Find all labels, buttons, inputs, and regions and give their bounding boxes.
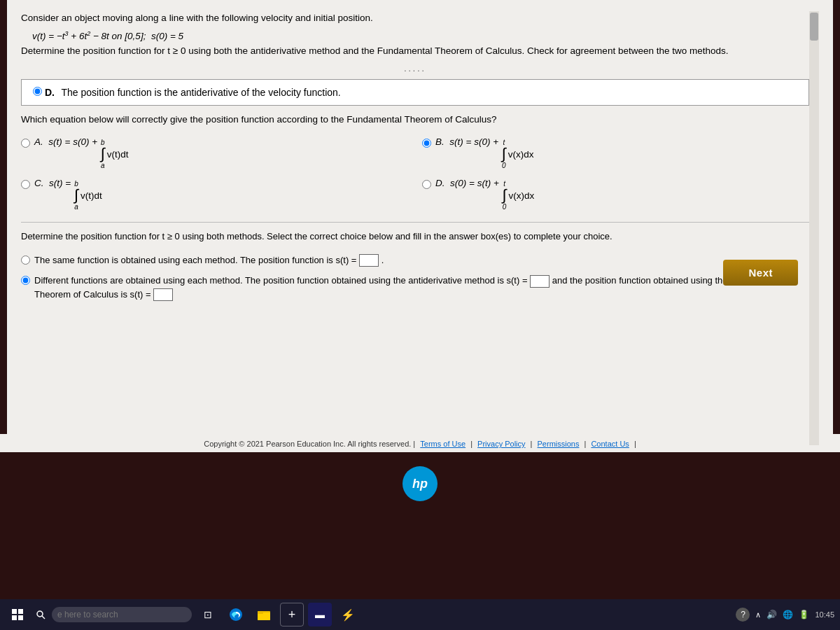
option-A-label: A. s(t) = s(0) + b ∫ a v(t)dt xyxy=(34,136,129,169)
ftc-question: Which equation below will correctly give… xyxy=(21,113,809,127)
footer-link-privacy[interactable]: Privacy Policy xyxy=(477,440,525,448)
scrollbar-thumb[interactable] xyxy=(810,13,818,41)
option-B-limits: t ∫ 0 xyxy=(502,139,506,169)
problem-statement: Determine the position function for t ≥ … xyxy=(21,44,809,58)
option-C-limits: b ∫ a xyxy=(74,180,78,211)
velocity-eq-text: v(t) = −t3 + 6t2 − 8t on [0,5]; s(0) = 5 xyxy=(32,31,183,41)
footer: Copyright © 2021 Pearson Education Inc. … xyxy=(0,434,840,452)
option-B-integral: t ∫ 0 v(x)dx xyxy=(501,139,534,169)
file-explorer-icon[interactable] xyxy=(252,603,276,626)
taskbar-search-icon xyxy=(34,603,48,626)
option-C: C. s(t) = b ∫ a v(t)dt xyxy=(21,178,408,211)
next-button[interactable]: Next xyxy=(723,260,798,286)
velocity-equation: v(t) = −t3 + 6t2 − 8t on [0,5]; s(0) = 5 xyxy=(32,29,809,41)
clock-time: 10:45 xyxy=(815,610,834,619)
svg-point-4 xyxy=(37,611,43,617)
answer-d-label: D. xyxy=(45,87,55,98)
footer-link-permissions[interactable]: Permissions xyxy=(538,440,580,448)
dotted-divider: ..... xyxy=(21,64,809,74)
option-A-radio[interactable] xyxy=(21,139,30,148)
option-A-limits: b ∫ a xyxy=(101,139,105,169)
question-icon[interactable]: ? xyxy=(736,608,750,622)
option-D: D. s(0) = s(t) + t ∫ 0 v(x)dx xyxy=(422,178,809,211)
taskview-icon[interactable]: ⊡ xyxy=(196,603,220,626)
sub-option-B-input1[interactable] xyxy=(530,275,550,288)
taskbar-search xyxy=(52,607,192,622)
scrollbar[interactable] xyxy=(809,11,819,445)
battery-icon[interactable]: 🔋 xyxy=(799,610,809,620)
option-A-integral: b ∫ a v(t)dt xyxy=(100,139,129,169)
options-grid: A. s(t) = s(0) + b ∫ a v(t)dt xyxy=(21,136,809,211)
svg-line-5 xyxy=(42,616,45,619)
sub-option-B-input2[interactable] xyxy=(153,288,173,301)
answer-box-d: D. The position function is the antideri… xyxy=(21,79,809,106)
hp-logo: hp xyxy=(402,466,438,501)
sub-option-B-radio[interactable] xyxy=(21,276,30,285)
option-D-limits: t ∫ 0 xyxy=(503,180,507,211)
option-D-integral: t ∫ 0 v(x)dx xyxy=(502,180,535,211)
option-B-radio[interactable] xyxy=(422,139,431,148)
svg-rect-1 xyxy=(18,609,23,614)
option-B: B. s(t) = s(0) + t ∫ 0 v(x)dx xyxy=(422,136,809,169)
option-C-radio[interactable] xyxy=(21,180,30,189)
svg-rect-9 xyxy=(258,611,263,614)
content-wrapper: Consider an object moving along a line w… xyxy=(21,11,819,301)
plus-icon[interactable]: + xyxy=(280,603,304,626)
clock: 10:45 xyxy=(815,610,834,619)
sub-option-B: Different functions are obtained using e… xyxy=(21,274,809,301)
option-C-integral: b ∫ a v(t)dt xyxy=(74,180,102,211)
windows-button[interactable] xyxy=(6,603,29,626)
footer-link-terms[interactable]: Terms of Use xyxy=(420,440,465,448)
option-A: A. s(t) = s(0) + b ∫ a v(t)dt xyxy=(21,136,408,169)
svg-rect-3 xyxy=(18,615,23,620)
svg-rect-0 xyxy=(12,609,17,614)
sub-option-B-text: Different functions are obtained using e… xyxy=(34,274,809,301)
svg-rect-2 xyxy=(12,615,17,620)
sub-option-A-radio[interactable] xyxy=(21,255,30,265)
option-D-radio[interactable] xyxy=(422,180,431,189)
footer-copyright: Copyright © 2021 Pearson Education Inc. … xyxy=(204,440,417,448)
footer-link-contact[interactable]: Contact Us xyxy=(591,440,629,448)
chevron-up-icon[interactable]: ∧ xyxy=(755,610,761,620)
edge-icon[interactable] xyxy=(224,603,248,626)
divider-line xyxy=(21,222,809,223)
content-area: Consider an object moving along a line w… xyxy=(7,0,833,434)
sub-option-A-text: The same function is obtained using each… xyxy=(34,253,384,267)
hp-logo-area: hp xyxy=(0,452,840,515)
media-icon[interactable]: ▬ xyxy=(308,603,332,626)
screen: Consider an object moving along a line w… xyxy=(0,0,840,630)
volume-icon[interactable]: 🔊 xyxy=(766,610,777,620)
option-D-label: D. s(0) = s(t) + t ∫ 0 v(x)dx xyxy=(435,178,534,211)
answer-d-radio-wrapper: D. The position function is the antideri… xyxy=(33,87,341,98)
answer-d-radio[interactable] xyxy=(33,87,42,96)
sub-option-A-input[interactable] xyxy=(359,254,379,267)
sub-option-A: The same function is obtained using each… xyxy=(21,253,809,267)
sub-options: The same function is obtained using each… xyxy=(21,253,809,302)
system-tray: ? ∧ 🔊 🌐 🔋 10:45 xyxy=(736,608,834,622)
answer-d-text: The position function is the antiderivat… xyxy=(62,87,341,98)
network-icon[interactable]: 🌐 xyxy=(783,610,793,620)
problem-intro: Consider an object moving along a line w… xyxy=(21,11,809,25)
determine-text: Determine the position function for t ≥ … xyxy=(21,230,809,244)
option-C-label: C. s(t) = b ∫ a v(t)dt xyxy=(34,178,102,211)
search-input[interactable] xyxy=(52,607,192,622)
lightning-icon[interactable]: ⚡ xyxy=(336,603,360,626)
option-B-label: B. s(t) = s(0) + t ∫ 0 v(x)dx xyxy=(435,136,534,169)
taskbar: ⊡ + ▬ ⚡ ? ∧ 🔊 🌐 🔋 xyxy=(0,599,840,630)
